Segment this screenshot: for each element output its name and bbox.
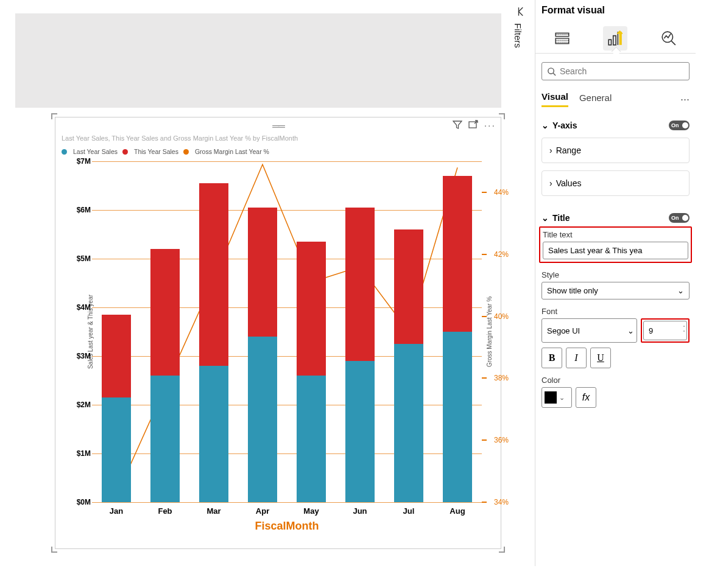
search-icon — [547, 67, 556, 76]
panel-title: Format visual — [541, 5, 690, 16]
selection-corner[interactable] — [499, 547, 505, 553]
search-input-container[interactable] — [541, 62, 690, 80]
yaxis-section-header[interactable]: ⌄Y-axis On — [541, 121, 690, 130]
color-swatch — [545, 391, 557, 404]
chart-legend: Last Year Sales This Year Sales Gross Ma… — [62, 148, 269, 155]
svg-rect-6 — [609, 40, 612, 45]
svg-rect-2 — [556, 38, 569, 44]
highlight-font-size: 9 ˄˅ — [641, 318, 690, 343]
style-select[interactable]: Show title only ⌄ — [541, 282, 690, 299]
build-visual-tab-icon[interactable] — [550, 26, 574, 51]
focus-mode-icon[interactable] — [468, 120, 478, 132]
italic-button[interactable]: I — [566, 348, 587, 368]
more-options-icon[interactable]: ··· — [484, 121, 496, 131]
drag-handle-icon[interactable]: ══ — [272, 121, 284, 132]
chevron-down-icon: ⌄ — [559, 394, 565, 402]
bar-stack[interactable] — [102, 315, 131, 502]
bar-stack[interactable] — [394, 229, 423, 502]
chart-title: Last Year Sales, This Year Sales and Gro… — [62, 135, 298, 142]
title-text-input[interactable]: Sales Last year & This yea — [543, 242, 688, 259]
chevron-right-icon: › — [549, 145, 552, 155]
analytics-tab-icon[interactable] — [657, 26, 681, 51]
report-canvas-bg — [15, 13, 501, 108]
yaxis-toggle[interactable]: On — [669, 121, 690, 130]
tab-visual[interactable]: Visual — [541, 91, 568, 107]
bar-stack[interactable] — [248, 208, 277, 502]
style-label: Style — [541, 270, 690, 279]
chevron-down-icon: ⌄ — [541, 121, 549, 130]
x-axis-label: FiscalMonth — [255, 520, 319, 533]
yaxis-range-card[interactable]: ›Range — [541, 138, 690, 163]
title-toggle[interactable]: On — [669, 213, 690, 223]
bar-stack[interactable] — [443, 176, 472, 502]
chart-visual-container[interactable]: ══ ··· Last Year Sales, This Year Sales … — [55, 117, 501, 549]
tabs-more-icon[interactable]: ··· — [680, 93, 690, 106]
font-family-select[interactable]: Segoe UI ⌄ — [541, 318, 637, 343]
yaxis-values-card[interactable]: ›Values — [541, 170, 690, 196]
font-label: Font — [541, 307, 690, 316]
bar-stack[interactable] — [297, 242, 326, 502]
color-label: Color — [541, 376, 690, 385]
highlight-title-text: Title text Sales Last year & This yea — [539, 226, 692, 263]
chevron-right-icon: › — [549, 178, 552, 188]
chevron-down-icon: ⌄ — [541, 213, 549, 223]
svg-point-9 — [548, 68, 554, 73]
filters-pane-collapsed[interactable]: Filters — [513, 0, 530, 91]
y-axis-right-label: Gross Margin Last Year % — [485, 296, 492, 367]
tab-general[interactable]: General — [579, 93, 612, 107]
format-visual-tab-icon[interactable] — [603, 26, 627, 51]
search-input[interactable] — [560, 66, 684, 76]
svg-rect-7 — [613, 35, 616, 44]
filter-icon[interactable] — [453, 120, 462, 132]
chevron-down-icon: ⌄ — [677, 286, 684, 295]
selection-corner[interactable] — [51, 113, 57, 119]
color-picker[interactable]: ⌄ — [541, 387, 572, 408]
selection-corner[interactable] — [499, 113, 505, 119]
title-text-label: Title text — [543, 230, 688, 239]
bold-button[interactable]: B — [541, 348, 562, 368]
selection-corner[interactable] — [51, 547, 57, 553]
font-size-input[interactable]: 9 ˄˅ — [643, 321, 687, 340]
title-section-header[interactable]: ⌄Title On — [541, 213, 690, 223]
fx-button[interactable]: fx — [576, 387, 596, 408]
bar-stack[interactable] — [150, 249, 180, 502]
chart-plot-area: Sales Last year & This year Gross Margin… — [92, 161, 482, 502]
spin-down-icon[interactable]: ˅ — [683, 331, 685, 335]
format-visual-panel: Format visual Visual General ··· ⌄Y-axis… — [535, 0, 696, 566]
chevron-down-icon: ⌄ — [627, 326, 634, 335]
bar-stack[interactable] — [199, 183, 228, 502]
bar-stack[interactable] — [345, 208, 375, 502]
underline-button[interactable]: U — [590, 348, 611, 368]
